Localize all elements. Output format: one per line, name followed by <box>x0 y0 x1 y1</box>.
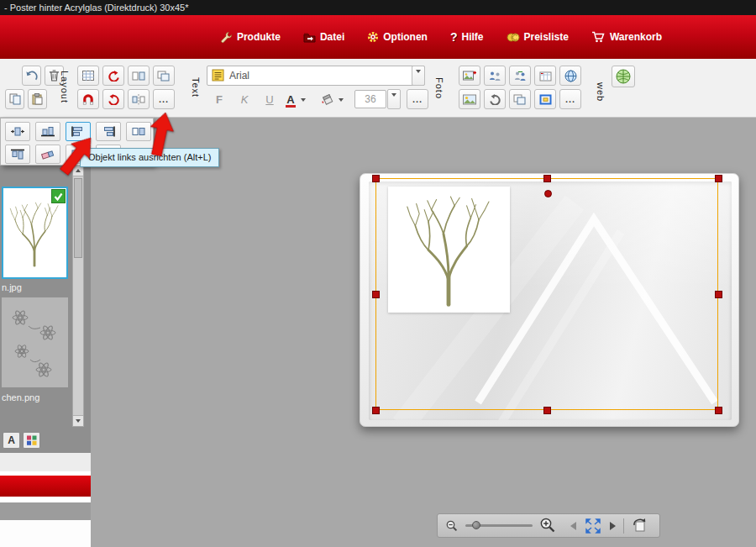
fill-color-icon[interactable] <box>319 89 336 109</box>
window-title: - Poster hinter Acrylglas (Direktdruck) … <box>4 3 188 13</box>
photo-copy-icon[interactable] <box>509 89 531 109</box>
selection-handle-bottom-left[interactable] <box>372 407 380 414</box>
sidebar-scrollbar[interactable] <box>72 165 84 427</box>
swap-photos-icon[interactable] <box>484 66 506 86</box>
collapsed-panel-red[interactable] <box>0 476 91 497</box>
file-folder-icon <box>303 32 316 43</box>
selection-handle-mid-right[interactable] <box>715 291 722 298</box>
align-bottom-icon[interactable] <box>35 122 60 141</box>
collapsed-panel-gray[interactable] <box>0 502 91 520</box>
photo-effects-icon[interactable] <box>459 89 480 109</box>
coins-icon <box>507 32 520 43</box>
align-top-icon[interactable] <box>5 145 30 164</box>
web-globe-icon[interactable] <box>612 66 635 87</box>
rotate-left-icon[interactable] <box>102 66 124 86</box>
foto-more-button[interactable]: ... <box>559 89 581 109</box>
menu-produkte[interactable]: Produkte <box>220 31 281 43</box>
toolbar-section-foto: Foto <box>434 77 444 99</box>
selection-handle-bottom-right[interactable] <box>715 407 722 414</box>
font-color-letter: A <box>286 93 294 106</box>
zoom-out-icon[interactable] <box>446 520 458 532</box>
menu-preisliste[interactable]: Preisliste <box>507 31 569 43</box>
photo-frame-icon[interactable] <box>534 89 556 109</box>
align-right-icon[interactable] <box>96 122 121 141</box>
text-search-button[interactable]: A <box>3 432 20 449</box>
fit-to-screen-icon[interactable] <box>584 518 602 534</box>
selection-handle-bottom-center[interactable] <box>543 407 551 414</box>
collapsed-panel-light[interactable] <box>0 453 91 471</box>
toolbar: Layout ... Text Arial F K U A 36 ... Fot… <box>0 59 756 118</box>
rotate-view-icon[interactable] <box>632 518 648 534</box>
underline-button[interactable]: U <box>259 89 281 109</box>
tools-icon <box>220 31 233 43</box>
layout-more-button[interactable]: ... <box>153 89 175 109</box>
flowers-thumbnail-graphic <box>2 297 68 387</box>
zoom-slider[interactable] <box>465 524 533 527</box>
app-window: - Poster hinter Acrylglas (Direktdruck) … <box>0 0 756 547</box>
zoom-slider-handle[interactable] <box>472 521 480 529</box>
menu-label: Optionen <box>383 31 428 43</box>
color-grid-icon <box>26 435 38 446</box>
cart-icon <box>591 31 606 43</box>
selection-handle-mid-left[interactable] <box>372 291 380 298</box>
magnet-icon[interactable] <box>77 89 99 109</box>
photo-table-icon[interactable] <box>534 66 556 86</box>
copy-icon[interactable] <box>5 89 24 109</box>
mirror-icon[interactable] <box>128 89 150 109</box>
paste-icon[interactable] <box>28 89 47 109</box>
menu-label: Warenkorb <box>610 31 662 43</box>
font-family-select[interactable]: Arial <box>207 66 425 86</box>
font-color-button[interactable]: A <box>282 89 299 109</box>
letter-a-icon: A <box>8 434 15 446</box>
font-size-value: 36 <box>365 93 375 105</box>
bold-button[interactable]: F <box>208 89 230 109</box>
photo-globe-icon[interactable] <box>559 66 581 86</box>
next-view-icon[interactable] <box>610 522 616 530</box>
file-name-label: n.jpg <box>2 282 22 292</box>
menu-hilfe[interactable]: ? Hilfe <box>450 30 484 44</box>
photo-rotate-icon[interactable] <box>484 89 506 109</box>
collapsed-panel-white <box>0 520 91 547</box>
zoom-bar <box>437 513 660 538</box>
font-size-input[interactable]: 36 <box>354 90 386 108</box>
menu-label: Preisliste <box>524 31 569 43</box>
zoom-in-icon[interactable] <box>540 518 556 534</box>
selection-handle-top-right[interactable] <box>715 175 722 182</box>
menu-optionen[interactable]: Optionen <box>367 31 428 43</box>
grid-icon[interactable] <box>77 66 99 86</box>
rotation-handle[interactable] <box>544 190 552 197</box>
selection-handle-top-left[interactable] <box>372 175 380 182</box>
font-color-dropdown-icon[interactable] <box>298 89 308 109</box>
menu-label: Produkte <box>237 31 281 43</box>
undo-icon[interactable] <box>22 66 41 86</box>
font-size-dropdown-icon[interactable] <box>387 89 401 109</box>
color-grid-button[interactable] <box>23 432 40 449</box>
fill-color-dropdown-icon[interactable] <box>336 89 346 109</box>
menu-label: Datei <box>320 31 344 43</box>
selection-box <box>375 178 718 410</box>
rotate-right-icon[interactable] <box>102 89 124 109</box>
menu-warenkorb[interactable]: Warenkorb <box>591 31 662 43</box>
replace-photo-icon[interactable] <box>509 66 531 86</box>
menu-datei[interactable]: Datei <box>303 31 344 43</box>
flip-pages-icon[interactable] <box>128 66 150 86</box>
thumbnail-tree-image[interactable] <box>2 187 68 279</box>
scrollbar-thumb[interactable] <box>74 178 82 258</box>
italic-button[interactable]: K <box>234 89 255 109</box>
font-list-icon <box>212 69 225 82</box>
text-more-button[interactable]: ... <box>407 89 428 109</box>
panel-divider <box>0 497 91 502</box>
gear-icon <box>367 31 379 43</box>
toolbar-section-layout: Layout <box>60 71 70 103</box>
menu-label: Hilfe <box>461 31 483 43</box>
add-photo-icon[interactable] <box>459 66 480 86</box>
align-center-horizontal-icon[interactable] <box>5 122 30 141</box>
help-icon: ? <box>450 30 458 44</box>
scroll-down-button[interactable] <box>73 415 83 426</box>
font-family-dropdown-icon[interactable] <box>412 66 425 86</box>
previous-view-icon[interactable] <box>570 522 576 530</box>
title-bar: - Poster hinter Acrylglas (Direktdruck) … <box>0 0 756 15</box>
thumbnail-flowers-image[interactable] <box>2 297 68 387</box>
selection-handle-top-center[interactable] <box>543 175 551 182</box>
duplicate-icon[interactable] <box>153 66 175 86</box>
